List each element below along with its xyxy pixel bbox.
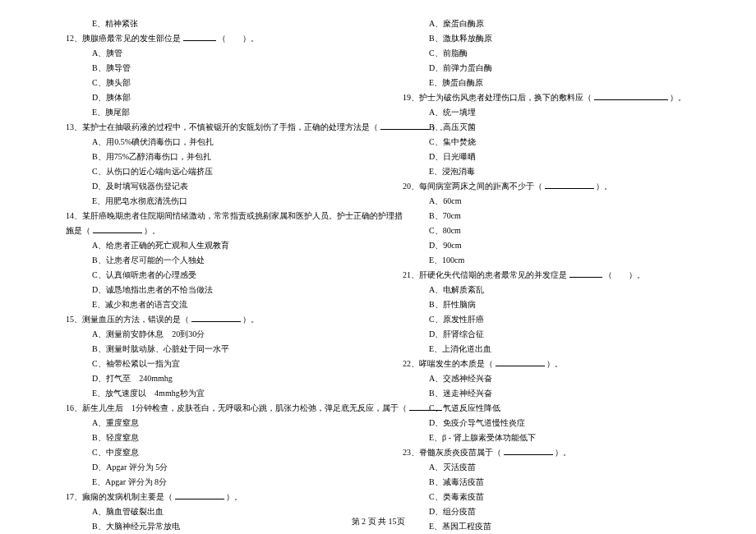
q20-option-c: C、80cm bbox=[403, 223, 690, 238]
blank bbox=[191, 314, 241, 322]
q19-option-e: E、浸泡消毒 bbox=[403, 164, 690, 179]
blank bbox=[569, 269, 602, 278]
q14-option-e: E、减少和患者的语言交流 bbox=[66, 297, 353, 312]
q12-option-e: E、胰尾部 bbox=[66, 105, 353, 120]
q14-line2-text: 施是（ bbox=[66, 226, 90, 235]
q19-paren: ）。 bbox=[670, 93, 686, 102]
q16-option-d: D、Apgar 评分为 5分 bbox=[66, 460, 353, 475]
q17-stem-text: 17、癫痫的发病机制主要是（ bbox=[66, 492, 173, 501]
q12-option-a: A、胰管 bbox=[66, 46, 353, 61]
q23-option-c: C、类毒素疫苗 bbox=[403, 490, 690, 504]
q13-stem: 13、某护士在抽吸药液的过程中，不慎被锯开的安瓿划伤了手指，正确的处理方法是（ … bbox=[66, 120, 353, 135]
q13-option-a: A、用0.5%碘伏消毒伤口，并包扎 bbox=[66, 135, 353, 150]
q22-option-d: D、免疫介导气道慢性炎症 bbox=[403, 416, 690, 430]
q13-option-d: D、及时填写锐器伤登记表 bbox=[66, 179, 353, 194]
q16-option-e: E、Apgar 评分为 8分 bbox=[66, 475, 353, 490]
q18-option-b: B、激肽释放酶原 bbox=[403, 31, 690, 46]
q21-option-c: C、原发性肝癌 bbox=[403, 312, 690, 327]
q22-option-c: C、气道反应性降低 bbox=[403, 401, 690, 416]
left-column: E、精神紧张 12、胰腺癌最常见的发生部位是 （ ）。 A、胰管 B、胰导管 C… bbox=[66, 16, 353, 534]
q14-paren: ）。 bbox=[144, 226, 160, 235]
q23-option-b: B、减毒活疫苗 bbox=[403, 475, 690, 490]
q23-option-a: A、灭活疫苗 bbox=[403, 460, 690, 475]
q16-stem: 16、新生儿生后 1分钟检查，皮肤苍白，无呼吸和心跳，肌张力松弛，弹足底无反应，… bbox=[66, 401, 353, 416]
q15-option-a: A、测量前安静休息 20到30分 bbox=[66, 327, 353, 342]
q21-paren: （ ）。 bbox=[604, 270, 645, 279]
q15-stem-text: 15、测量血压的方法，错误的是（ bbox=[66, 315, 189, 324]
page-container: E、精神紧张 12、胰腺癌最常见的发生部位是 （ ）。 A、胰管 B、胰导管 C… bbox=[66, 16, 690, 534]
q22-option-e: E、β - 肾上腺素受体功能低下 bbox=[403, 430, 690, 445]
q15-option-d: D、打气至 240mmhg bbox=[66, 371, 353, 386]
q12-stem-text: 12、胰腺癌最常见的发生部位是 bbox=[66, 34, 181, 43]
q13-option-e: E、用肥皂水彻底清洗伤口 bbox=[66, 194, 353, 209]
q21-option-e: E、上消化道出血 bbox=[403, 342, 690, 357]
q12-option-b: B、胰导管 bbox=[66, 61, 353, 76]
q14-stem-line1: 14、某肝癌晚期患者住院期间情绪激动，常常指责或挑剔家属和医护人员。护士正确的护… bbox=[66, 209, 353, 223]
q20-option-d: D、90cm bbox=[403, 238, 690, 253]
q14-option-c: C、认真倾听患者的心理感受 bbox=[66, 268, 353, 283]
q22-stem: 22、哮喘发生的本质是（ ）。 bbox=[403, 357, 690, 371]
q21-stem-text: 21、肝硬化失代偿期的患者最常见的并发症是 bbox=[403, 270, 567, 279]
q14-option-a: A、给患者正确的死亡观和人生观教育 bbox=[66, 238, 353, 253]
q21-option-b: B、肝性脑病 bbox=[403, 297, 690, 312]
q21-option-a: A、电解质紊乱 bbox=[403, 283, 690, 297]
q18-option-a: A、糜蛋白酶原 bbox=[403, 16, 690, 31]
blank bbox=[175, 491, 224, 499]
q20-option-e: E、100cm bbox=[403, 253, 690, 268]
q22-paren: ）。 bbox=[546, 359, 563, 368]
q16-stem-text: 16、新生儿生后 1分钟检查，皮肤苍白，无呼吸和心跳，肌张力松弛，弹足底无反应，… bbox=[66, 403, 407, 412]
q19-stem-text: 19、护士为破伤风患者处理伤口后，换下的敷料应（ bbox=[403, 93, 592, 102]
q13-option-c: C、从伤口的近心端向远心端挤压 bbox=[66, 164, 353, 179]
q20-stem: 20、每间病室两床之间的距离不少于（ ）。 bbox=[403, 179, 690, 194]
page-footer: 第 2 页 共 15页 bbox=[0, 516, 756, 527]
q22-stem-text: 22、哮喘发生的本质是（ bbox=[403, 359, 493, 368]
q11-option-e: E、精神紧张 bbox=[66, 16, 353, 31]
q14-stem-line2: 施是（ ）。 bbox=[66, 223, 353, 238]
q21-stem: 21、肝硬化失代偿期的患者最常见的并发症是 （ ）。 bbox=[403, 268, 690, 283]
blank bbox=[594, 92, 668, 100]
q16-option-b: B、轻度窒息 bbox=[66, 430, 353, 445]
q20-stem-text: 20、每间病室两床之间的距离不少于（ bbox=[403, 182, 542, 191]
q17-paren: ）。 bbox=[226, 492, 242, 501]
q22-option-b: B、迷走神经兴奋 bbox=[403, 386, 690, 401]
right-column: A、糜蛋白酶原 B、激肽释放酶原 C、前脂酶 D、前弹力蛋白酶 E、胰蛋白酶原 … bbox=[403, 16, 690, 534]
blank bbox=[183, 33, 216, 41]
q15-option-b: B、测量时肱动脉、心脏处于同一水平 bbox=[66, 342, 353, 357]
q18-option-d: D、前弹力蛋白酶 bbox=[403, 61, 690, 76]
q19-option-a: A、统一填埋 bbox=[403, 105, 690, 120]
q17-stem: 17、癫痫的发病机制主要是（ ）。 bbox=[66, 490, 353, 504]
q19-option-b: B、高压灭菌 bbox=[403, 120, 690, 135]
q13-option-b: B、用75%乙醇消毒伤口，并包扎 bbox=[66, 150, 353, 164]
q20-option-b: B、70cm bbox=[403, 209, 690, 223]
q14-option-b: B、让患者尽可能的一个人独处 bbox=[66, 253, 353, 268]
blank bbox=[496, 358, 545, 366]
q12-option-d: D、胰体部 bbox=[66, 90, 353, 105]
q12-stem: 12、胰腺癌最常见的发生部位是 （ ）。 bbox=[66, 31, 353, 46]
q12-option-c: C、胰头部 bbox=[66, 76, 353, 90]
q14-option-d: D、诚恳地指出患者的不恰当做法 bbox=[66, 283, 353, 297]
q12-paren: （ ）。 bbox=[218, 34, 259, 43]
q15-stem: 15、测量血压的方法，错误的是（ ）。 bbox=[66, 312, 353, 327]
q16-option-c: C、中度窒息 bbox=[66, 445, 353, 460]
q23-stem-text: 23、脊髓灰质炎疫苗属于（ bbox=[403, 448, 501, 457]
q20-paren: ）。 bbox=[596, 182, 612, 191]
q18-option-e: E、胰蛋白酶原 bbox=[403, 76, 690, 90]
q16-option-a: A、重度窒息 bbox=[66, 416, 353, 430]
q20-option-a: A、60cm bbox=[403, 194, 690, 209]
q19-option-c: C、集中焚烧 bbox=[403, 135, 690, 150]
q22-option-a: A、交感神经兴奋 bbox=[403, 371, 690, 386]
q15-paren: ）。 bbox=[242, 315, 259, 324]
q18-option-c: C、前脂酶 bbox=[403, 46, 690, 61]
blank bbox=[93, 225, 142, 233]
blank bbox=[545, 181, 594, 189]
q23-paren: ）。 bbox=[555, 448, 571, 457]
q15-option-c: C、袖带松紧以一指为宜 bbox=[66, 357, 353, 371]
q23-stem: 23、脊髓灰质炎疫苗属于（ ）。 bbox=[403, 445, 690, 460]
q19-option-d: D、日光曝晒 bbox=[403, 150, 690, 164]
q21-option-d: D、肝肾综合征 bbox=[403, 327, 690, 342]
blank bbox=[504, 447, 553, 455]
q15-option-e: E、放气速度以 4mmhg秒为宜 bbox=[66, 386, 353, 401]
q13-stem-text: 13、某护士在抽吸药液的过程中，不慎被锯开的安瓿划伤了手指，正确的处理方法是（ bbox=[66, 122, 378, 131]
q19-stem: 19、护士为破伤风患者处理伤口后，换下的敷料应（ ）。 bbox=[403, 90, 690, 105]
